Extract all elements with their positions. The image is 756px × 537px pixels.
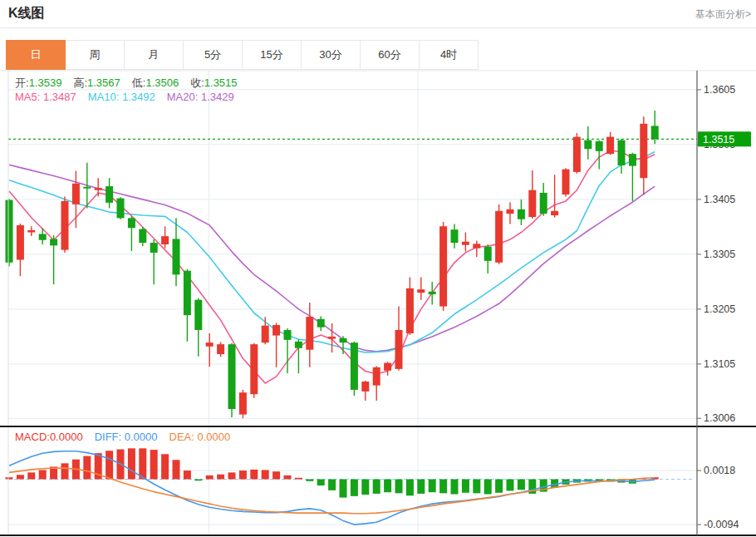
ma5-legend: MA5: 1.3487 [15,91,76,103]
svg-text:1.3405: 1.3405 [704,194,735,205]
svg-text:1.3205: 1.3205 [704,303,735,315]
svg-text:1.3105: 1.3105 [704,358,735,370]
ohlc-open: 开:1.3539 [15,76,61,91]
candles-layer [6,111,659,418]
macd-legend: MACD:0.0000 DIFF: 0.0000 DEA: 0.0000 [15,431,230,443]
vertical-gridlines [209,71,419,535]
svg-text:-0.0094: -0.0094 [704,519,739,530]
diff-value: DIFF: 0.0000 [95,431,158,443]
price-tag: 1.3515 [698,131,751,146]
ohlc-legend: 开:1.3539 高:1.3567 低:1.3506 收:1.3515 [15,76,238,91]
svg-text:1.3515: 1.3515 [703,134,734,145]
kline-page: K线图 基本面分析> 日周月5分15分30分60分4时 开:1.3539 高:1… [0,0,756,537]
svg-text:1.3605: 1.3605 [704,84,735,96]
macd-histogram [6,448,659,497]
ma-legend: MA5: 1.3487 MA10: 1.3492 MA20: 1.3429 [15,91,234,103]
ohlc-high: 高:1.3567 [73,76,120,91]
price-axis: 1.36051.35051.34051.33051.32051.31051.30… [697,84,739,530]
svg-text:1.3006: 1.3006 [704,412,735,424]
ma10-legend: MA10: 1.3492 [88,91,155,103]
svg-text:0.0018: 0.0018 [704,465,735,476]
ma20-legend: MA20: 1.3429 [167,91,234,103]
tab-day[interactable]: 日 [6,40,66,70]
ohlc-close: 收:1.3515 [190,76,237,91]
dea-value: DEA: 0.0000 [169,431,231,443]
svg-text:1.3305: 1.3305 [704,249,735,260]
ohlc-low: 低:1.3506 [132,76,179,91]
macd-value: MACD:0.0000 [15,431,83,443]
